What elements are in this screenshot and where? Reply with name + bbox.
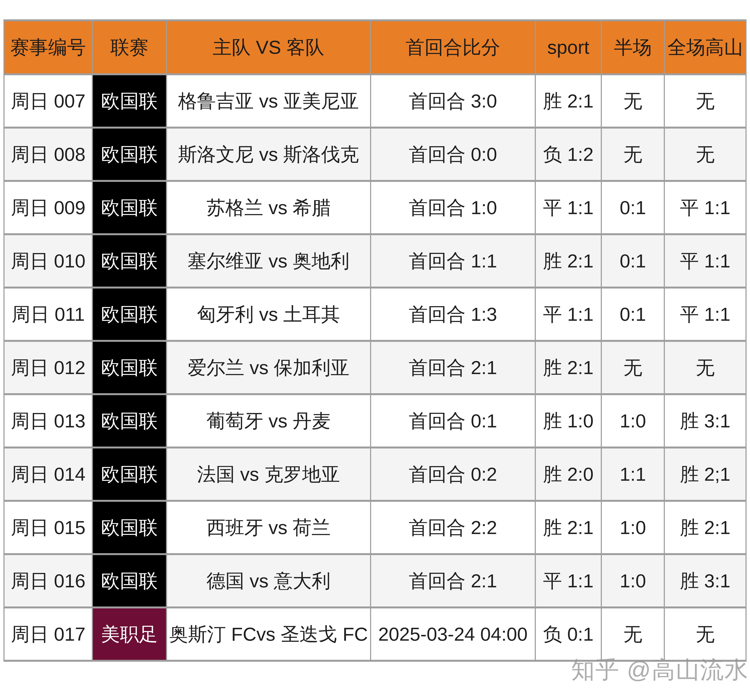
teams-cell: 奥斯汀 FCvs 圣迭戈 FC [166, 608, 370, 661]
first-leg-cell: 首回合 1:1 [370, 234, 535, 288]
match-number-cell: 周日 011 [4, 288, 92, 341]
col-header-half-time: 半场 [601, 20, 664, 74]
match-number-cell: 周日 009 [4, 181, 92, 234]
league-cell: 欧国联 [92, 341, 166, 394]
half-time-cell: 1:1 [601, 448, 664, 501]
sport-cell: 胜 2:1 [535, 501, 601, 554]
league-cell: 欧国联 [92, 234, 166, 288]
teams-cell: 葡萄牙 vs 丹麦 [166, 394, 370, 448]
teams-cell: 斯洛文尼 vs 斯洛伐克 [166, 128, 370, 181]
first-leg-cell: 首回合 0:0 [370, 128, 535, 181]
full-time-cell: 无 [664, 608, 746, 661]
league-cell: 美职足 [92, 608, 166, 661]
table-row: 周日 017 美职足 奥斯汀 FCvs 圣迭戈 FC 2025-03-24 04… [4, 608, 746, 661]
half-time-cell: 无 [601, 128, 664, 181]
match-number-cell: 周日 015 [4, 501, 92, 554]
half-time-cell: 0:1 [601, 234, 664, 288]
table-row: 周日 012 欧国联 爱尔兰 vs 保加利亚 首回合 2:1 胜 2:1 无 无 [4, 341, 746, 394]
full-time-cell: 胜 3:1 [664, 394, 746, 448]
full-time-cell: 胜 3:1 [664, 554, 746, 608]
league-cell: 欧国联 [92, 394, 166, 448]
sport-cell: 负 0:1 [535, 608, 601, 661]
teams-cell: 苏格兰 vs 希腊 [166, 181, 370, 234]
first-leg-cell: 首回合 1:3 [370, 288, 535, 341]
full-time-cell: 无 [664, 128, 746, 181]
sport-cell: 胜 2:1 [535, 74, 601, 128]
teams-cell: 法国 vs 克罗地亚 [166, 448, 370, 501]
first-leg-cell: 首回合 3:0 [370, 74, 535, 128]
col-header-league: 联赛 [92, 20, 166, 74]
teams-cell: 西班牙 vs 荷兰 [166, 501, 370, 554]
table-row: 周日 016 欧国联 德国 vs 意大利 首回合 2:1 平 1:1 1:0 胜… [4, 554, 746, 608]
half-time-cell: 0:1 [601, 288, 664, 341]
full-time-cell: 胜 2:1 [664, 501, 746, 554]
teams-cell: 爱尔兰 vs 保加利亚 [166, 341, 370, 394]
full-time-cell: 胜 2;1 [664, 448, 746, 501]
sport-cell: 胜 2:1 [535, 341, 601, 394]
first-leg-cell: 首回合 1:0 [370, 181, 535, 234]
sport-cell: 胜 2:1 [535, 234, 601, 288]
teams-cell: 塞尔维亚 vs 奥地利 [166, 234, 370, 288]
col-header-match-number: 赛事编号 [4, 20, 92, 74]
league-cell: 欧国联 [92, 128, 166, 181]
table-row: 周日 015 欧国联 西班牙 vs 荷兰 首回合 2:2 胜 2:1 1:0 胜… [4, 501, 746, 554]
table-row: 周日 010 欧国联 塞尔维亚 vs 奥地利 首回合 1:1 胜 2:1 0:1… [4, 234, 746, 288]
match-number-cell: 周日 013 [4, 394, 92, 448]
half-time-cell: 0:1 [601, 181, 664, 234]
half-time-cell: 1:0 [601, 554, 664, 608]
league-cell: 欧国联 [92, 181, 166, 234]
first-leg-cell: 首回合 2:1 [370, 554, 535, 608]
watermark: 知乎 @高山流水 [571, 654, 749, 686]
half-time-cell: 1:0 [601, 501, 664, 554]
table-row: 周日 013 欧国联 葡萄牙 vs 丹麦 首回合 0:1 胜 1:0 1:0 胜… [4, 394, 746, 448]
col-header-full-time: 全场高山 [664, 20, 746, 74]
table-row: 周日 009 欧国联 苏格兰 vs 希腊 首回合 1:0 平 1:1 0:1 平… [4, 181, 746, 234]
header-row: 赛事编号 联赛 主队 VS 客队 首回合比分 sport 半场 全场高山 [4, 20, 746, 74]
league-cell: 欧国联 [92, 554, 166, 608]
half-time-cell: 无 [601, 608, 664, 661]
sport-cell: 负 1:2 [535, 128, 601, 181]
match-number-cell: 周日 007 [4, 74, 92, 128]
match-number-cell: 周日 016 [4, 554, 92, 608]
full-time-cell: 平 1:1 [664, 234, 746, 288]
full-time-cell: 平 1:1 [664, 288, 746, 341]
col-header-teams: 主队 VS 客队 [166, 20, 370, 74]
table-row: 周日 008 欧国联 斯洛文尼 vs 斯洛伐克 首回合 0:0 负 1:2 无 … [4, 128, 746, 181]
table-row: 周日 014 欧国联 法国 vs 克罗地亚 首回合 0:2 胜 2:0 1:1 … [4, 448, 746, 501]
match-results-table: 赛事编号 联赛 主队 VS 客队 首回合比分 sport 半场 全场高山 周日 … [3, 19, 747, 662]
match-number-cell: 周日 012 [4, 341, 92, 394]
league-cell: 欧国联 [92, 74, 166, 128]
match-number-cell: 周日 010 [4, 234, 92, 288]
teams-cell: 匈牙利 vs 土耳其 [166, 288, 370, 341]
first-leg-cell: 2025-03-24 04:00 [370, 608, 535, 661]
half-time-cell: 1:0 [601, 394, 664, 448]
first-leg-cell: 首回合 0:1 [370, 394, 535, 448]
first-leg-cell: 首回合 2:2 [370, 501, 535, 554]
sport-cell: 胜 2:0 [535, 448, 601, 501]
col-header-sport: sport [535, 20, 601, 74]
sport-cell: 平 1:1 [535, 181, 601, 234]
league-cell: 欧国联 [92, 288, 166, 341]
match-number-cell: 周日 014 [4, 448, 92, 501]
league-cell: 欧国联 [92, 448, 166, 501]
first-leg-cell: 首回合 2:1 [370, 341, 535, 394]
full-time-cell: 无 [664, 74, 746, 128]
sport-cell: 平 1:1 [535, 554, 601, 608]
league-cell: 欧国联 [92, 501, 166, 554]
match-number-cell: 周日 017 [4, 608, 92, 661]
first-leg-cell: 首回合 0:2 [370, 448, 535, 501]
match-number-cell: 周日 008 [4, 128, 92, 181]
half-time-cell: 无 [601, 341, 664, 394]
teams-cell: 德国 vs 意大利 [166, 554, 370, 608]
half-time-cell: 无 [601, 74, 664, 128]
full-time-cell: 平 1:1 [664, 181, 746, 234]
sport-cell: 平 1:1 [535, 288, 601, 341]
col-header-first-leg: 首回合比分 [370, 20, 535, 74]
full-time-cell: 无 [664, 341, 746, 394]
table-row: 周日 007 欧国联 格鲁吉亚 vs 亚美尼亚 首回合 3:0 胜 2:1 无 … [4, 74, 746, 128]
table-row: 周日 011 欧国联 匈牙利 vs 土耳其 首回合 1:3 平 1:1 0:1 … [4, 288, 746, 341]
sport-cell: 胜 1:0 [535, 394, 601, 448]
teams-cell: 格鲁吉亚 vs 亚美尼亚 [166, 74, 370, 128]
